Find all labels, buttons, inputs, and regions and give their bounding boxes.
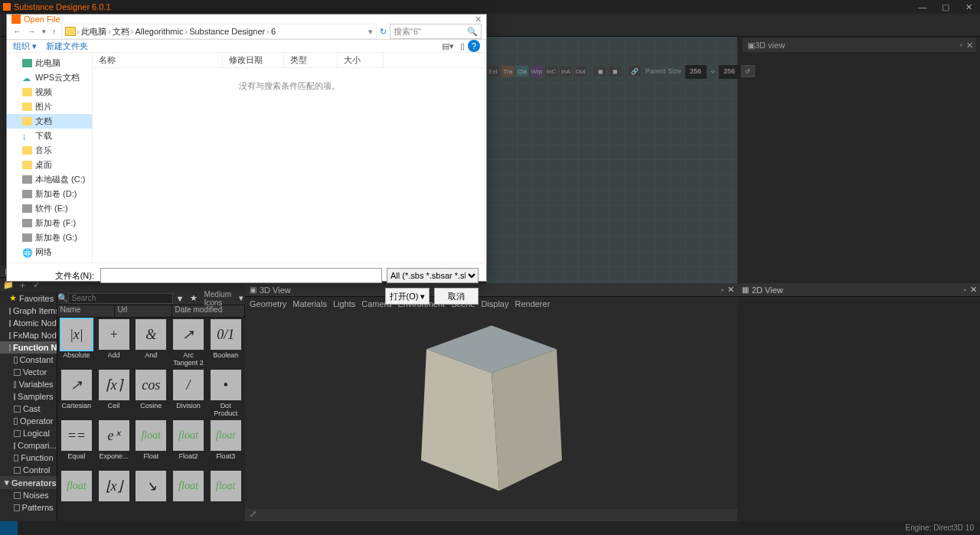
filename-input[interactable] bbox=[100, 268, 382, 283]
library-node-item[interactable]: +Add bbox=[96, 319, 132, 368]
graph-btn-out[interactable]: Out bbox=[573, 65, 587, 77]
folder-tree-item[interactable]: 新加卷 (F:) bbox=[7, 216, 92, 230]
graph-btn-ina[interactable]: InA bbox=[559, 65, 573, 77]
dialog-folder-tree[interactable]: 此电脑☁WPS云文档视频图片文档↓下载音乐桌面本地磁盘 (C:)新加卷 (D:)… bbox=[7, 53, 93, 263]
folder-tree-item[interactable]: 文档 bbox=[7, 114, 92, 129]
graph-btn-square2-icon[interactable]: ◼ bbox=[608, 65, 622, 77]
library-node-item[interactable]: cosCosine bbox=[133, 370, 169, 419]
breadcrumb-item[interactable]: Allegorithmic bbox=[136, 27, 184, 36]
library-node-item[interactable]: floatFloat3 bbox=[207, 420, 243, 469]
window-maximize-button[interactable]: ▢ bbox=[934, 0, 957, 14]
close-icon[interactable]: ✕ bbox=[727, 285, 734, 295]
graph-btn-inc[interactable]: InC bbox=[544, 65, 558, 77]
library-node-item[interactable]: float bbox=[59, 471, 95, 520]
library-tree-item[interactable]: Logical bbox=[0, 427, 57, 439]
library-tree-item[interactable]: Cast bbox=[0, 403, 57, 415]
library-node-item[interactable]: eˣExpone... bbox=[96, 420, 132, 469]
graph-btn-ext[interactable]: Ext bbox=[486, 65, 500, 77]
expand-icon[interactable]: ⤢ bbox=[245, 509, 261, 518]
breadcrumb-item[interactable]: 6 bbox=[271, 27, 276, 36]
library-node-item[interactable]: ↘ bbox=[133, 471, 169, 520]
dialog-search-input[interactable]: 搜索"6" 🔍 bbox=[390, 24, 482, 39]
library-tree-item[interactable]: Operator bbox=[0, 415, 57, 427]
folder-tree-item[interactable]: 软件 (E:) bbox=[7, 201, 92, 216]
undock-icon[interactable]: ▫ bbox=[721, 286, 724, 294]
library-tree-item[interactable]: Noises bbox=[0, 489, 57, 501]
open-button[interactable]: 打开(O) ▾ bbox=[385, 288, 430, 305]
library-tree-item[interactable]: Patterns bbox=[0, 501, 57, 514]
dialog-file-list[interactable]: 名称 修改日期 类型 大小 没有与搜索条件匹配的项。 bbox=[93, 53, 486, 263]
close-icon[interactable]: ✕ bbox=[970, 285, 977, 295]
library-node-item[interactable]: float bbox=[207, 471, 243, 520]
library-tree-item[interactable]: Function N... bbox=[0, 341, 57, 354]
undock-icon[interactable]: ▫ bbox=[964, 286, 966, 294]
view2d-panel[interactable] bbox=[737, 296, 980, 521]
library-tree-item[interactable]: Control bbox=[0, 464, 57, 476]
folder-tree-item[interactable]: 本地磁盘 (C:) bbox=[7, 172, 92, 187]
library-node-item[interactable]: /Division bbox=[171, 370, 207, 419]
library-node-item[interactable]: ==Equal bbox=[59, 420, 95, 469]
library-tree-item[interactable]: Atomic Nod... bbox=[0, 317, 57, 329]
new-folder-button[interactable]: 新建文件夹 bbox=[46, 41, 88, 52]
library-node-item[interactable]: •Dot Product bbox=[207, 370, 243, 419]
view-options-button[interactable]: ▤▾ bbox=[439, 41, 457, 51]
library-tree-item[interactable]: FxMap Nodes bbox=[0, 329, 57, 341]
library-node-grid[interactable]: |x|Absolute+Add&And↗Arc Tangent 20/1Bool… bbox=[57, 318, 245, 521]
library-node-item[interactable]: float bbox=[171, 471, 207, 520]
dialog-close-button[interactable]: ✕ bbox=[475, 15, 482, 24]
folder-tree-item[interactable]: 此电脑 bbox=[7, 56, 92, 70]
graph-btn-square1-icon[interactable]: ◼ bbox=[593, 65, 607, 77]
library-tree-item[interactable]: Vector bbox=[0, 366, 57, 378]
graph-link-dim-icon[interactable]: ⟡ bbox=[707, 65, 718, 79]
library-node-item[interactable]: floatFloat2 bbox=[171, 420, 207, 469]
graph-height-field[interactable]: 256 bbox=[719, 65, 740, 79]
window-minimize-button[interactable]: — bbox=[911, 0, 934, 14]
folder-tree-item[interactable]: 🌐网络 bbox=[7, 245, 92, 259]
library-node-item[interactable]: 0/1Boolean bbox=[207, 319, 243, 368]
folder-tree-item[interactable]: 新加卷 (D:) bbox=[7, 187, 92, 201]
graph-btn-reset-icon[interactable]: ↺ bbox=[741, 65, 755, 77]
window-close-button[interactable]: ✕ bbox=[957, 0, 980, 14]
filetype-dropdown[interactable]: All (*.sbs *.sbsar *.sbsasm) bbox=[387, 268, 479, 283]
library-tree-item[interactable]: Variables bbox=[0, 378, 57, 390]
nav-history-dropdown[interactable]: ▾ bbox=[41, 28, 47, 35]
preview-pane-button[interactable]: ▯ bbox=[457, 41, 468, 51]
library-node-item[interactable]: ⌊x⌋ bbox=[96, 471, 132, 520]
folder-tree-item[interactable]: 音乐 bbox=[7, 143, 92, 158]
library-node-item[interactable]: ↗Cartesian bbox=[59, 370, 95, 419]
col-name[interactable]: 名称 bbox=[93, 53, 223, 67]
library-tree-item[interactable]: Compari... bbox=[0, 439, 57, 452]
graph-width-field[interactable]: 256 bbox=[685, 65, 707, 79]
col-date[interactable]: 修改日期 bbox=[223, 53, 284, 67]
library-tree-item[interactable]: Constant bbox=[0, 354, 57, 366]
library-tree-item[interactable]: Samplers bbox=[0, 390, 57, 403]
library-tree-item[interactable]: ▾ Generators bbox=[0, 476, 57, 489]
folder-tree-item[interactable]: 视频 bbox=[7, 85, 92, 99]
cancel-button[interactable]: 取消 bbox=[434, 288, 479, 305]
organize-menu[interactable]: 组织 ▾ bbox=[13, 41, 37, 52]
help-button[interactable]: ? bbox=[468, 40, 480, 52]
graph-btn-tra[interactable]: Tra bbox=[501, 65, 514, 77]
library-node-item[interactable]: ⌈x⌉Ceil bbox=[96, 370, 132, 419]
library-tree-item[interactable]: Function bbox=[0, 452, 57, 464]
graph-btn-link-icon[interactable]: 🔗 bbox=[628, 65, 642, 77]
refresh-button[interactable]: ↻ bbox=[380, 27, 387, 37]
folder-tree-item[interactable]: 图片 bbox=[7, 99, 92, 114]
nav-back-button[interactable]: ← bbox=[11, 27, 23, 36]
library-tree[interactable]: ★FavoritesGraph ItemsAtomic Nod...FxMap … bbox=[0, 292, 57, 521]
folder-tree-item[interactable]: 新加卷 (G:) bbox=[7, 230, 92, 245]
breadcrumb[interactable]: › 此电脑› 文档› Allegorithmic› Substance Desi… bbox=[61, 24, 377, 39]
nav-forward-button[interactable]: → bbox=[26, 27, 38, 36]
col-type[interactable]: 类型 bbox=[284, 53, 338, 67]
close-icon[interactable]: ✕ bbox=[966, 41, 973, 51]
folder-tree-item[interactable]: 桌面 bbox=[7, 158, 92, 172]
library-node-item[interactable]: &And bbox=[133, 319, 169, 368]
breadcrumb-item[interactable]: 文档 bbox=[113, 26, 129, 38]
folder-tree-item[interactable]: ☁WPS云文档 bbox=[7, 70, 92, 85]
library-node-item[interactable]: floatFloat bbox=[133, 420, 169, 469]
undock-icon[interactable]: ▫ bbox=[960, 41, 962, 49]
graph-btn-cla[interactable]: Cla bbox=[515, 65, 529, 77]
breadcrumb-item[interactable]: Substance Designer bbox=[189, 27, 265, 36]
folder-tree-item[interactable]: ↓下载 bbox=[7, 129, 92, 143]
library-node-item[interactable]: |x|Absolute bbox=[59, 319, 95, 368]
